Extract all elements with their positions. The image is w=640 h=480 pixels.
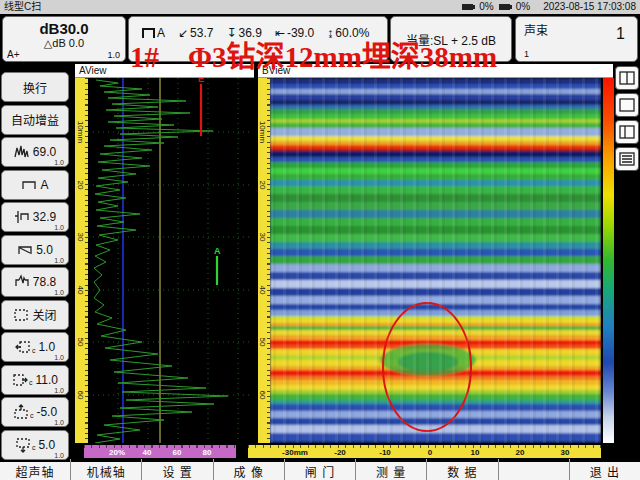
gain-delta-value: △dB 0.0 (3, 37, 125, 50)
step-value: 1.0 (54, 419, 64, 426)
box-up-icon (13, 404, 29, 420)
svg-text:A: A (214, 246, 221, 256)
gate-level-icon (14, 274, 30, 290)
ruler-label: 30 (561, 448, 570, 457)
view-button-split-vertical[interactable] (615, 66, 639, 90)
ruler-label: 10 (471, 448, 480, 457)
gate-icon (21, 177, 37, 193)
ruler-label: -10 (379, 448, 391, 457)
beam-value: 1 (616, 25, 625, 43)
svg-text:E: E (198, 78, 204, 84)
scan-mode-title: 线型C扫 (4, 0, 41, 14)
ruler-label: 80 (203, 448, 212, 457)
gain-panel[interactable]: dB30.0 △dB 0.0 A+ 1.0 (2, 16, 126, 62)
single-view-icon (619, 97, 635, 113)
aview-depth-ruler: 10mm2030405060 (75, 78, 88, 443)
ruler-label: 40 (258, 286, 267, 295)
bview-scanaxis-ruler: -30mm-20-100102030 (248, 445, 601, 458)
sidebar-button-label: 11.0 (36, 373, 58, 387)
view-button-single-view[interactable] (615, 93, 639, 117)
menu-item-7[interactable]: 数 据 (426, 462, 497, 480)
peaks-icon (14, 144, 30, 160)
sidebar-button-label: 1.0 (38, 340, 55, 354)
sidebar-button-10[interactable]: c11.01.0 (1, 365, 69, 395)
ruler-label: 30 (258, 233, 267, 242)
battery-icon (499, 4, 510, 10)
list-icon (619, 151, 635, 167)
step-value: 1.0 (54, 159, 64, 166)
ruler-label: 30 (76, 233, 85, 242)
box-left-icon (15, 339, 31, 355)
sidebar-button-1[interactable]: 换行 (1, 72, 69, 102)
ruler-label: 10mm (76, 121, 85, 143)
sidebar-button-label: 关闭 (32, 306, 56, 323)
step-value: 1.0 (54, 257, 64, 264)
menu-item-4[interactable]: 成 像 (213, 462, 284, 480)
ruler-label: 0 (428, 448, 432, 457)
beam-sub-value: 1 (524, 49, 529, 59)
gate-start-icon (14, 209, 30, 225)
sidebar-button-6[interactable]: 5.01.0 (1, 235, 69, 265)
box-down-icon (15, 437, 31, 453)
sidebar-button-label: 78.8 (33, 275, 56, 289)
menu-item-6[interactable]: 测 量 (355, 462, 426, 480)
ruler-label: 20 (76, 181, 85, 190)
status-bar: 线型C扫 0% 0% 2023-08-15 17:03:08 (0, 0, 640, 14)
gate-width-icon (17, 242, 33, 258)
ruler-label: 10mm (258, 121, 267, 143)
cscan-subscript: c (32, 347, 36, 354)
sidebar-button-label: A (40, 178, 48, 192)
ascan-waveform: EA (88, 78, 252, 443)
view-button-list[interactable] (615, 147, 639, 171)
defect-annotation-text: 1# Φ3钻深12mm埋深38mm (130, 33, 497, 75)
sidebar-button-7[interactable]: 78.81.0 (1, 267, 69, 297)
sidebar: 换行自动增益69.01.0A32.91.05.01.078.81.0关闭c1.0… (0, 72, 70, 462)
step-value: 1.0 (54, 387, 64, 394)
ruler-label: -30mm (282, 448, 308, 457)
menu-item-empty (498, 462, 569, 480)
sidebar-button-3[interactable]: 69.01.0 (1, 137, 69, 167)
amplitude-colorbar (603, 78, 614, 443)
sidebar-button-4[interactable]: A (1, 170, 69, 200)
status-datetime: 2023-08-15 17:03:08 (543, 0, 636, 14)
bscan-plot[interactable] (270, 78, 601, 443)
aview-amplitude-ruler: 20%406080 (84, 445, 236, 458)
view-button-split-left[interactable] (615, 120, 639, 144)
menu-item-2[interactable]: 机械轴 (70, 462, 141, 480)
ruler-label: 60 (76, 391, 85, 400)
beam-panel[interactable]: 声束 1 1 (515, 16, 638, 62)
box-right-icon (12, 372, 28, 388)
sidebar-button-label: 69.0 (33, 145, 56, 159)
menu-item-1[interactable]: 超声轴 (0, 462, 70, 480)
bview-depth-ruler: 10mm2030405060 (258, 78, 270, 443)
sidebar-button-9[interactable]: c1.01.0 (1, 332, 69, 362)
sidebar-button-12[interactable]: c5.01.0 (1, 430, 69, 460)
sidebar-button-5[interactable]: 32.91.0 (1, 202, 69, 232)
battery-icon (462, 4, 473, 10)
gain-step-label: 1.0 (107, 50, 120, 60)
ruler-label: 20 (258, 181, 267, 190)
step-value: 1.0 (54, 354, 64, 361)
sidebar-button-label: 自动增益 (11, 111, 59, 128)
ruler-label: 60 (258, 391, 267, 400)
box-icon (13, 307, 29, 323)
menu-item-5[interactable]: 闸 门 (284, 462, 355, 480)
cscan-subscript: c (32, 444, 36, 451)
sidebar-button-8[interactable]: 关闭 (1, 300, 69, 330)
menu-item-9[interactable]: 退 出 (569, 462, 640, 480)
ruler-label: 20 (516, 448, 525, 457)
step-value: 1.0 (54, 224, 64, 231)
ruler-label: 40 (143, 448, 152, 457)
ascan-plot[interactable]: EA (88, 78, 252, 443)
sidebar-button-label: 换行 (23, 79, 47, 96)
step-value: 1.0 (54, 289, 64, 296)
cscan-subscript: c (30, 412, 34, 419)
sidebar-button-11[interactable]: c-5.01.0 (1, 397, 69, 427)
ruler-label: 60 (173, 448, 182, 457)
menu-item-3[interactable]: 设 置 (141, 462, 212, 480)
sidebar-button-2[interactable]: 自动增益 (1, 105, 69, 135)
sidebar-button-label: 5.0 (38, 438, 55, 452)
sidebar-button-label: 5.0 (36, 243, 53, 257)
ruler-label: 20% (109, 448, 125, 457)
sidebar-button-label: -5.0 (36, 405, 57, 419)
